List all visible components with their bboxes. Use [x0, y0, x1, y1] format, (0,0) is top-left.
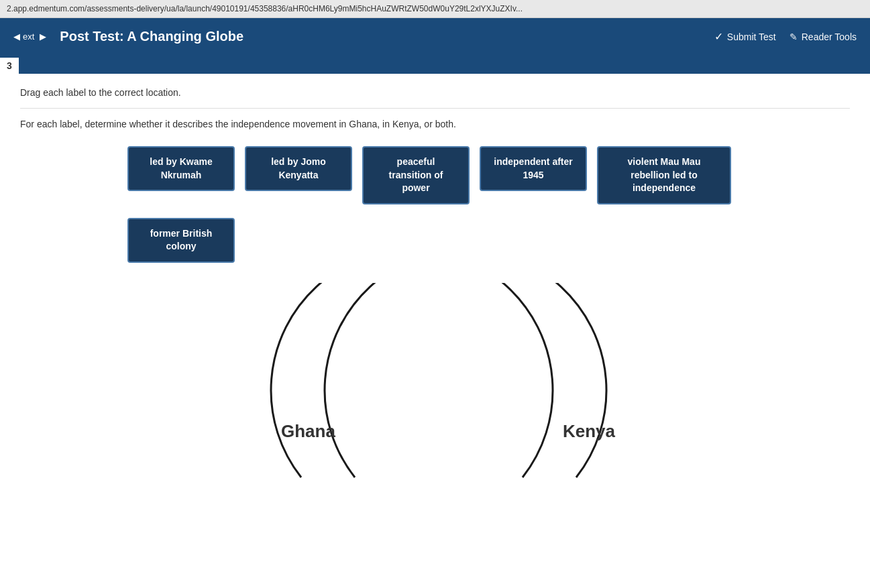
label-independent-text: independent after 1945: [494, 156, 572, 180]
label-british-colony[interactable]: former British colony: [127, 218, 235, 263]
label-led-kwame[interactable]: led by Kwame Nkrumah: [127, 146, 235, 191]
reader-tools-label: Reader Tools: [802, 32, 857, 42]
label-mau-mau-text: violent Mau Mau rebellion led to indepen…: [628, 156, 701, 193]
pencil-icon: ✎: [790, 32, 798, 42]
back-label: ext: [23, 32, 34, 42]
question-text: For each label, determine whether it des…: [20, 119, 850, 129]
label-led-jomo[interactable]: led by Jomo Kenyatta: [245, 146, 352, 191]
app-header: ◀ ext ▶ Post Test: A Changing Globe ✓ Su…: [0, 18, 870, 55]
labels-area: led by Kwame Nkrumah led by Jomo Kenyatt…: [20, 146, 850, 204]
label-british-colony-text: former British colony: [150, 228, 213, 252]
label-led-kwame-text: led by Kwame Nkrumah: [150, 156, 212, 180]
label-led-jomo-text: led by Jomo Kenyatta: [271, 156, 326, 180]
ghana-text: Ghana: [281, 421, 335, 441]
check-circle-icon: ✓: [714, 30, 723, 43]
back-arrow-icon: ◀: [13, 32, 20, 42]
question-number-bar: 3: [0, 55, 870, 74]
submit-test-button[interactable]: ✓ Submit Test: [714, 30, 776, 43]
venn-diagram: Ghana Kenya: [147, 283, 724, 491]
browser-url: 2.app.edmentum.com/assessments-delivery/…: [7, 4, 523, 13]
label-peaceful-text: peaceful transition of power: [389, 156, 443, 193]
main-content: Drag each label to the correct location.…: [0, 74, 870, 588]
submit-test-label: Submit Test: [727, 32, 776, 42]
reader-tools-button[interactable]: ✎ Reader Tools: [790, 32, 857, 42]
back-button[interactable]: ◀ ext ▶: [13, 32, 46, 42]
label-independent[interactable]: independent after 1945: [480, 146, 587, 191]
label-mau-mau[interactable]: violent Mau Mau rebellion led to indepen…: [597, 146, 731, 204]
label-peaceful[interactable]: peaceful transition of power: [362, 146, 470, 204]
kenya-text: Kenya: [563, 421, 616, 441]
forward-icon: ▶: [40, 32, 46, 42]
header-left: ◀ ext ▶ Post Test: A Changing Globe: [13, 29, 243, 44]
header-right: ✓ Submit Test ✎ Reader Tools: [714, 30, 857, 43]
question-number: 3: [0, 58, 19, 74]
browser-bar: 2.app.edmentum.com/assessments-delivery/…: [0, 0, 870, 18]
labels-row2: former British colony: [20, 218, 850, 263]
venn-svg: Ghana Kenya: [147, 283, 724, 491]
instruction-text: Drag each label to the correct location.: [20, 87, 850, 109]
page-title: Post Test: A Changing Globe: [60, 29, 243, 44]
